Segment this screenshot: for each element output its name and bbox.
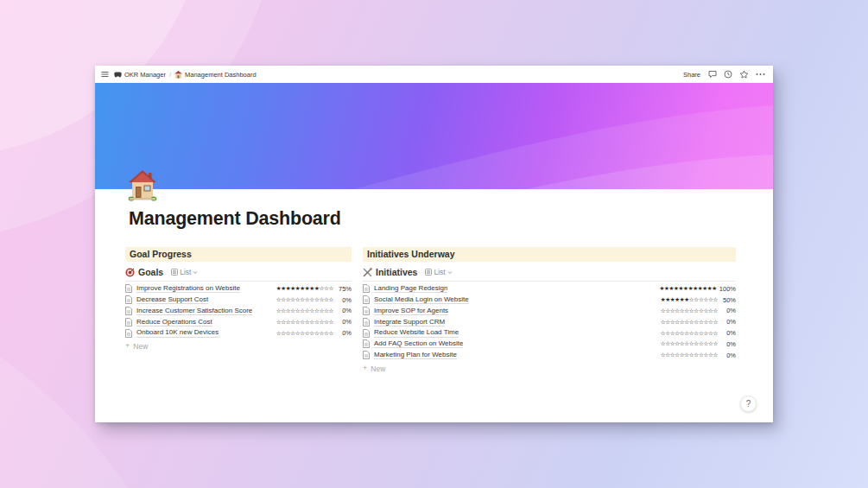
list-item[interactable]: Marketing Plan for Website ☆☆☆☆☆☆☆☆☆☆☆☆ … — [363, 350, 736, 361]
star-icon[interactable] — [739, 70, 749, 79]
breadcrumb-separator: / — [169, 71, 171, 79]
progress-percent: 0% — [336, 329, 352, 337]
star-rating: ☆☆☆☆☆☆☆☆☆☆☆☆ — [276, 319, 333, 326]
section-header-goal-progress: Goal Progress — [125, 247, 352, 262]
item-title: Increase Customer Satisfaction Score — [136, 307, 252, 315]
progress-percent: 0% — [336, 318, 352, 326]
page-icon — [125, 329, 132, 338]
collection-bar: Goals List — [125, 267, 352, 277]
desktop-background: OKR Manager / Management Dashboard Share — [0, 0, 868, 488]
goals-list: Improve Registrations on Website ★★★★★★★… — [125, 283, 352, 339]
list-item[interactable]: Onboard 10K new Devices ☆☆☆☆☆☆☆☆☆☆☆☆ 0% — [125, 327, 352, 339]
page-icon — [125, 295, 132, 304]
view-tab-label: List — [180, 268, 191, 276]
star-rating: ★★★★★★☆☆☆☆☆☆ — [661, 296, 718, 303]
list-item[interactable]: Reduce Website Load Time ☆☆☆☆☆☆☆☆☆☆☆☆ 0% — [363, 327, 736, 339]
new-label: New — [133, 342, 148, 351]
house-icon[interactable] — [128, 170, 157, 201]
list-item[interactable]: Social Media Login on Website ★★★★★★☆☆☆☆… — [363, 295, 736, 306]
list-item[interactable]: Integrate Support CRM ☆☆☆☆☆☆☆☆☆☆☆☆ 0% — [363, 316, 736, 327]
progress-percent: 0% — [720, 329, 736, 337]
list-item[interactable]: Decrease Support Cost ☆☆☆☆☆☆☆☆☆☆☆☆ 0% — [125, 295, 352, 306]
new-item-button[interactable]: + New — [363, 364, 736, 374]
more-icon[interactable] — [756, 73, 765, 76]
list-item[interactable]: Improve Registrations on Website ★★★★★★★… — [125, 283, 352, 295]
item-title: Reduce Operations Cost — [136, 318, 212, 326]
list-view-icon — [425, 269, 432, 276]
collection-link-initiatives[interactable]: Initiatives — [363, 267, 417, 277]
section-header-initiatives-underway: Initiatives Underway — [363, 247, 736, 262]
progress-percent: 100% — [719, 285, 736, 293]
page-icon — [363, 318, 370, 326]
list-item[interactable]: Landing Page Redesign ★★★★★★★★★★★★ 100% — [363, 283, 736, 295]
breadcrumb-label: Management Dashboard — [185, 71, 257, 79]
breadcrumb-page[interactable]: Management Dashboard — [174, 71, 257, 79]
list-item[interactable]: Add FAQ Section on Website ☆☆☆☆☆☆☆☆☆☆☆☆ … — [363, 339, 736, 350]
item-title: Add FAQ Section on Website — [374, 339, 463, 348]
star-rating: ☆☆☆☆☆☆☆☆☆☆☆☆ — [661, 307, 718, 314]
item-title: Improve SOP for Agents — [374, 307, 448, 315]
star-rating: ☆☆☆☆☆☆☆☆☆☆☆☆ — [276, 296, 333, 303]
page-icon — [125, 307, 132, 315]
gamepad-icon — [114, 72, 122, 78]
page-icon — [363, 339, 370, 348]
item-title: Integrate Support CRM — [374, 318, 445, 326]
content-columns: Goal Progress Goals List — [125, 247, 736, 374]
star-rating: ☆☆☆☆☆☆☆☆☆☆☆☆ — [661, 330, 718, 337]
progress-percent: 0% — [720, 307, 736, 314]
list-view-icon — [171, 269, 178, 276]
collection-link-goals[interactable]: Goals — [125, 267, 163, 277]
comment-icon[interactable] — [708, 70, 717, 79]
page-icon — [125, 284, 132, 293]
item-title: Landing Page Redesign — [374, 284, 447, 293]
progress-percent: 0% — [336, 296, 352, 304]
collection-bar: Initiatives List — [363, 267, 736, 277]
page-cover — [95, 83, 773, 189]
page-icon — [363, 284, 370, 293]
chevron-down-icon — [447, 270, 453, 275]
page-icon — [363, 351, 370, 359]
goals-column: Goal Progress Goals List — [125, 247, 352, 374]
view-tab-list[interactable]: List — [425, 268, 452, 276]
star-rating: ★★★★★★★★★☆☆☆ — [276, 285, 333, 292]
progress-percent: 0% — [720, 318, 736, 326]
star-rating: ☆☆☆☆☆☆☆☆☆☆☆☆ — [661, 340, 718, 347]
star-rating: ☆☆☆☆☆☆☆☆☆☆☆☆ — [661, 352, 718, 358]
page-icon — [363, 295, 370, 304]
item-title: Reduce Website Load Time — [374, 328, 459, 337]
tools-icon — [363, 268, 372, 277]
new-label: New — [371, 364, 385, 373]
star-rating: ☆☆☆☆☆☆☆☆☆☆☆☆ — [661, 319, 718, 326]
divider — [125, 281, 352, 282]
list-item[interactable]: Improve SOP for Agents ☆☆☆☆☆☆☆☆☆☆☆☆ 0% — [363, 306, 736, 317]
clock-icon[interactable] — [724, 70, 732, 79]
star-rating: ★★★★★★★★★★★★ — [659, 285, 716, 292]
breadcrumb-workspace[interactable]: OKR Manager — [114, 71, 166, 79]
item-title: Improve Registrations on Website — [136, 284, 240, 293]
progress-percent: 0% — [720, 340, 736, 348]
new-item-button[interactable]: + New — [125, 341, 352, 352]
list-item[interactable]: Increase Customer Satisfaction Score ☆☆☆… — [125, 306, 352, 317]
view-tab-label: List — [434, 268, 445, 276]
progress-percent: 0% — [720, 352, 736, 359]
star-rating: ☆☆☆☆☆☆☆☆☆☆☆☆ — [276, 330, 333, 337]
list-item[interactable]: Reduce Operations Cost ☆☆☆☆☆☆☆☆☆☆☆☆ 0% — [125, 316, 352, 327]
progress-percent: 75% — [336, 285, 352, 293]
target-icon — [125, 268, 135, 277]
chevron-down-icon — [193, 270, 198, 275]
help-button[interactable]: ? — [740, 396, 757, 412]
item-title: Onboard 10K new Devices — [136, 328, 219, 337]
page-icon — [363, 307, 370, 315]
initiatives-column: Initiatives Underway Initiatives List — [363, 247, 736, 374]
progress-percent: 50% — [720, 296, 736, 304]
share-button[interactable]: Share — [683, 71, 700, 79]
view-tab-list[interactable]: List — [171, 268, 198, 276]
divider — [363, 281, 736, 282]
topbar: OKR Manager / Management Dashboard Share — [95, 66, 773, 83]
house-icon — [174, 71, 182, 79]
item-title: Social Media Login on Website — [374, 295, 469, 304]
breadcrumb-label: OKR Manager — [124, 71, 166, 79]
item-title: Decrease Support Cost — [136, 295, 208, 304]
star-rating: ☆☆☆☆☆☆☆☆☆☆☆☆ — [276, 307, 333, 314]
hamburger-icon[interactable] — [101, 71, 109, 78]
